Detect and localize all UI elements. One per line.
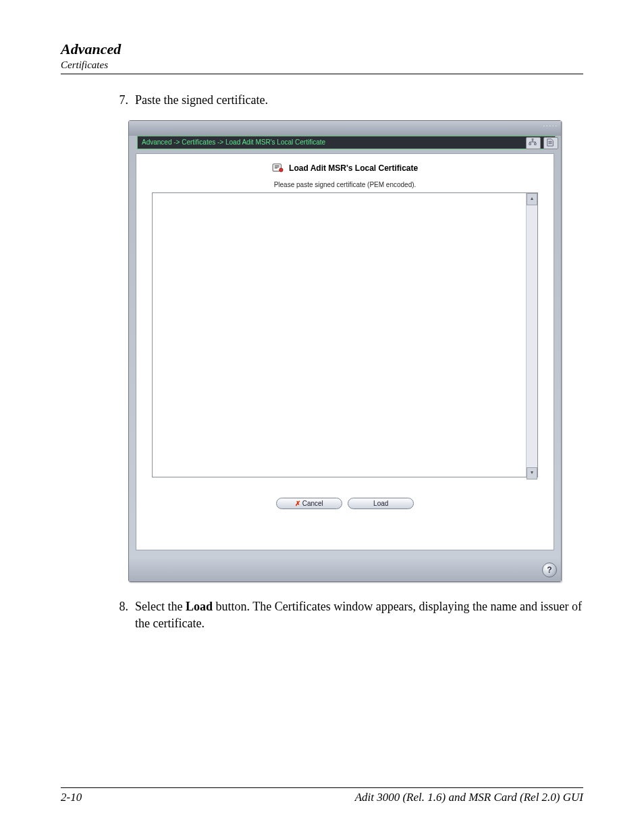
load-label: Load bbox=[373, 500, 388, 507]
header-rule bbox=[61, 74, 583, 74]
doc-title: Adit 3000 (Rel. 1.6) and MSR Card (Rel 2… bbox=[355, 791, 583, 804]
footer-rule bbox=[61, 787, 583, 788]
cancel-label: Cancel bbox=[302, 500, 323, 507]
scrollbar[interactable]: ▴ ▾ bbox=[526, 193, 537, 477]
page-number: 2-10 bbox=[61, 791, 82, 804]
page-footer: 2-10 Adit 3000 (Rel. 1.6) and MSR Card (… bbox=[61, 787, 583, 804]
certificate-textarea-wrap: ▴ ▾ bbox=[152, 192, 538, 477]
panel-body: Load Adit MSR's Local Certificate Please… bbox=[136, 153, 554, 550]
svg-point-1 bbox=[279, 168, 283, 172]
scroll-down-icon[interactable]: ▾ bbox=[527, 467, 537, 479]
titlebar-grip-icon: ∙∙∙∙∙ bbox=[543, 122, 558, 129]
cancel-x-icon: ✗ bbox=[295, 500, 300, 507]
panel-title: Load Adit MSR's Local Certificate bbox=[143, 163, 547, 173]
header-title: Advanced bbox=[61, 41, 583, 58]
sitemap-icon[interactable] bbox=[526, 137, 541, 149]
document-icon[interactable] bbox=[543, 137, 558, 149]
cancel-button[interactable]: ✗Cancel bbox=[276, 498, 342, 509]
step-text: Select the Load button. The Certificates… bbox=[135, 598, 583, 631]
load-button[interactable]: Load bbox=[348, 498, 414, 509]
step-number: 8. bbox=[109, 598, 128, 631]
step-7: 7. Paste the signed certificate. bbox=[109, 92, 583, 108]
screenshot-titlebar: ∙∙∙∙∙ bbox=[129, 121, 561, 136]
toolbar-icons bbox=[523, 136, 561, 149]
scroll-up-icon[interactable]: ▴ bbox=[527, 193, 537, 205]
button-row: ✗Cancel Load bbox=[143, 496, 547, 509]
certificate-icon bbox=[272, 163, 284, 173]
step-number: 7. bbox=[109, 92, 128, 108]
panel-title-text: Load Adit MSR's Local Certificate bbox=[289, 163, 418, 173]
screenshot-footer: ? bbox=[129, 558, 561, 581]
help-icon[interactable]: ? bbox=[542, 563, 557, 577]
step-8: 8. Select the Load button. The Certifica… bbox=[109, 598, 583, 631]
certificate-textarea[interactable] bbox=[153, 193, 537, 477]
screenshot-panel: ∙∙∙∙∙ Advanced -> Certificates -> Load A… bbox=[128, 120, 562, 582]
step-text: Paste the signed certificate. bbox=[135, 92, 583, 108]
breadcrumb[interactable]: Advanced -> Certificates -> Load Adit MS… bbox=[137, 136, 556, 149]
panel-instruction: Please paste signed certificate (PEM enc… bbox=[143, 181, 547, 188]
header-subtitle: Certificates bbox=[61, 59, 583, 71]
